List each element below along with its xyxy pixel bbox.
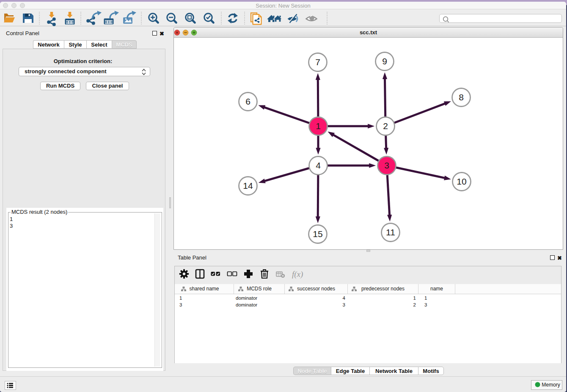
svg-text:15: 15 bbox=[313, 229, 322, 239]
svg-text:3: 3 bbox=[384, 160, 389, 170]
svg-text:6: 6 bbox=[245, 97, 250, 106]
svg-text:9: 9 bbox=[382, 56, 387, 66]
svg-text:7: 7 bbox=[315, 57, 320, 67]
svg-text:2: 2 bbox=[383, 121, 388, 131]
svg-text:1: 1 bbox=[316, 121, 321, 131]
svg-text:11: 11 bbox=[386, 227, 395, 237]
svg-text:8: 8 bbox=[459, 92, 464, 102]
svg-text:10: 10 bbox=[457, 177, 466, 186]
svg-text:14: 14 bbox=[243, 181, 253, 190]
svg-text:4: 4 bbox=[316, 160, 321, 170]
